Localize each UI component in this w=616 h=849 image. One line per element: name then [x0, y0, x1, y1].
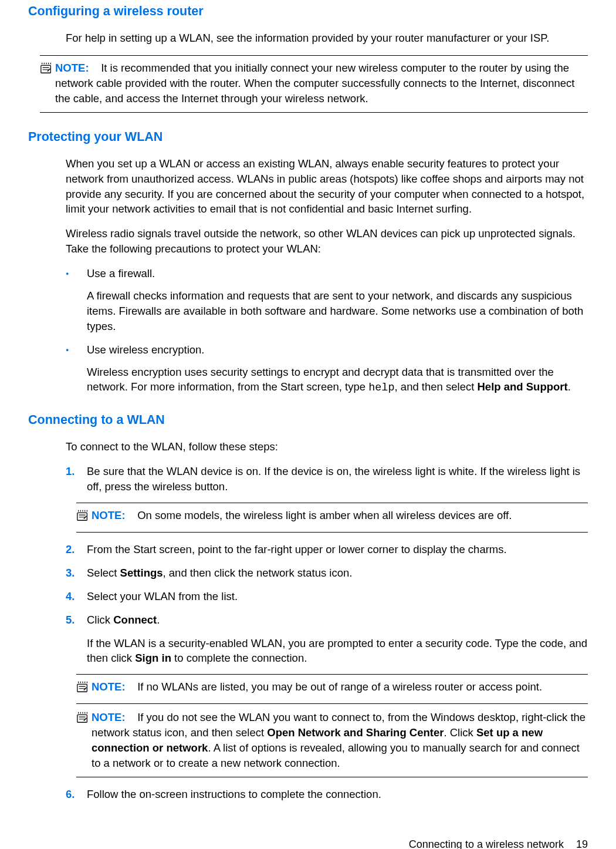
note-box-initial-connect: NOTE: It is recommended that you initial…: [40, 55, 588, 113]
bullet-icon: ●: [66, 342, 87, 358]
step-number: 4.: [66, 589, 87, 604]
note-spacer: [128, 509, 137, 521]
bold-connect: Connect: [113, 614, 157, 626]
bold-settings: Settings: [120, 567, 163, 579]
bold-open-network: Open Network and Sharing Center: [267, 726, 444, 739]
note-text-body: It is recommended that you initially con…: [55, 62, 574, 105]
list-item: ● Use wireless encryption.: [66, 342, 588, 358]
step-6-text: Follow the on-screen instructions to com…: [87, 787, 588, 802]
bold-help-support: Help and Support: [477, 380, 567, 393]
note-text: [92, 62, 101, 74]
note-icon: [40, 62, 54, 79]
step-2-text: From the Start screen, point to the far-…: [87, 542, 588, 557]
step-3: 3. Select Settings, and then click the n…: [66, 565, 588, 581]
step-1-text: Be sure that the WLAN device is on. If t…: [87, 464, 588, 494]
step-1: 1. Be sure that the WLAN device is on. I…: [66, 464, 588, 494]
note-label: NOTE:: [92, 680, 126, 693]
mono-help: help: [368, 382, 394, 394]
bullet-icon: ●: [66, 266, 87, 281]
step-number: 2.: [66, 542, 87, 557]
step-number: 3.: [66, 565, 87, 581]
page-footer: Connecting to a wireless network 19: [28, 837, 588, 849]
text-fragment: , and then click the network status icon…: [163, 567, 353, 579]
note-spacer: [128, 680, 137, 693]
note-content: NOTE: If no WLANs are listed, you may be…: [90, 679, 588, 695]
bold-sign-in: Sign in: [135, 652, 171, 664]
step-number: 1.: [66, 464, 87, 494]
step-4: 4. Select your WLAN from the list.: [66, 589, 588, 604]
note-box-no-wlans: NOTE: If no WLANs are listed, you may be…: [76, 674, 588, 704]
bullet-encryption: Use wireless encryption.: [87, 342, 588, 358]
step-5-text: Click Connect.: [87, 612, 588, 628]
text-fragment: .: [157, 614, 160, 626]
note-label: NOTE:: [92, 509, 126, 521]
note-label: NOTE:: [55, 62, 89, 74]
footer-section-title: Connecting to a wireless network: [409, 838, 564, 849]
note-icon: [76, 509, 90, 526]
note-box-wireless-light: NOTE: On some models, the wireless light…: [76, 503, 588, 533]
para-connect-steps: To connect to the WLAN, follow these ste…: [66, 439, 588, 454]
note-content: NOTE: If you do not see the WLAN you wan…: [90, 710, 588, 771]
note-text-mid: . Click: [444, 726, 476, 739]
step-5: 5. Click Connect.: [66, 612, 588, 628]
text-fragment: Select: [87, 567, 120, 579]
step-6: 6. Follow the on-screen instructions to …: [66, 787, 588, 802]
heading-configuring-router: Configuring a wireless router: [28, 2, 588, 20]
step-number: 5.: [66, 612, 87, 628]
note-text-body: If no WLANs are listed, you may be out o…: [137, 680, 542, 693]
step-number: 6.: [66, 787, 87, 802]
step-4-text: Select your WLAN from the list.: [87, 589, 588, 604]
para-wlan-security: When you set up a WLAN or access an exis…: [66, 156, 588, 217]
note-content: NOTE: On some models, the wireless light…: [90, 508, 588, 523]
note-text-body: On some models, the wireless light is am…: [137, 509, 512, 521]
heading-protecting-wlan: Protecting your WLAN: [28, 128, 588, 146]
text-fragment: .: [568, 380, 571, 393]
text-fragment: , and then select: [395, 380, 478, 393]
para-radio-signals: Wireless radio signals travel outside th…: [66, 226, 588, 257]
bullet-firewall-desc: A firewall checks information and reques…: [87, 288, 588, 334]
note-icon: [76, 680, 90, 698]
list-item: ● Use a firewall.: [66, 266, 588, 281]
note-box-no-see-wlan: NOTE: If you do not see the WLAN you wan…: [76, 708, 588, 777]
heading-connecting-wlan: Connecting to a WLAN: [28, 411, 588, 429]
text-fragment: to complete the connection.: [171, 652, 307, 664]
text-fragment: Click: [87, 614, 113, 626]
para-router-help: For help in setting up a WLAN, see the i…: [66, 31, 588, 46]
bullet-firewall: Use a firewall.: [87, 266, 588, 281]
note-icon: [76, 711, 90, 728]
note-spacer: [128, 711, 137, 723]
step-2: 2. From the Start screen, point to the f…: [66, 542, 588, 557]
bullet-encryption-desc: Wireless encryption uses security settin…: [87, 365, 588, 396]
note-content: NOTE: It is recommended that you initial…: [54, 60, 588, 106]
page-number: 19: [576, 838, 588, 849]
step-3-text: Select Settings, and then click the netw…: [87, 565, 588, 581]
step-5-sub: If the WLAN is a security-enabled WLAN, …: [87, 636, 588, 666]
note-label: NOTE:: [92, 711, 126, 723]
